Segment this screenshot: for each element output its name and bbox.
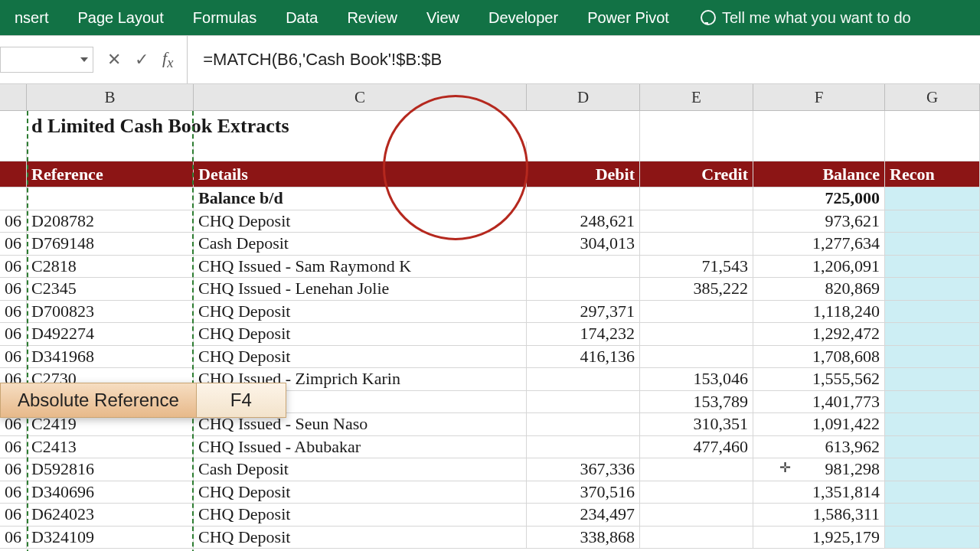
- cell[interactable]: 1,118,240: [753, 301, 885, 324]
- cell[interactable]: [885, 413, 980, 436]
- cell[interactable]: 820,869: [753, 278, 885, 301]
- table-row[interactable]: 06D592816Cash Deposit367,336981,298: [0, 458, 980, 481]
- cell[interactable]: 973,621: [753, 210, 885, 233]
- cell[interactable]: 297,371: [527, 301, 640, 324]
- cell[interactable]: 1,091,422: [753, 413, 885, 436]
- cell[interactable]: [640, 504, 753, 527]
- cell[interactable]: [527, 278, 640, 301]
- cell[interactable]: 06: [0, 458, 27, 481]
- cell[interactable]: 1,351,814: [753, 481, 885, 504]
- tab-formulas[interactable]: Formulas: [178, 9, 271, 27]
- cell[interactable]: CHQ Deposit: [194, 210, 527, 233]
- cell[interactable]: [527, 436, 640, 459]
- cell[interactable]: 06: [0, 481, 27, 504]
- cell[interactable]: CHQ Deposit: [194, 504, 527, 527]
- cell[interactable]: 06: [0, 210, 27, 233]
- cell[interactable]: C2413: [27, 436, 194, 459]
- cell[interactable]: [640, 458, 753, 481]
- cell[interactable]: 06: [0, 233, 27, 256]
- tab-insert[interactable]: nsert: [0, 9, 63, 27]
- cell[interactable]: D208782: [27, 210, 194, 233]
- cell[interactable]: CHQ Issued - Sam Raymond K: [194, 256, 527, 279]
- cell[interactable]: [885, 504, 980, 527]
- cell[interactable]: 370,516: [527, 481, 640, 504]
- cell[interactable]: 1,925,179: [753, 527, 885, 549]
- table-row[interactable]: 06D324109CHQ Deposit338,8681,925,179: [0, 527, 980, 549]
- col-header-c[interactable]: C: [194, 84, 527, 110]
- cell[interactable]: D624023: [27, 504, 194, 527]
- cell[interactable]: CHQ Deposit: [194, 481, 527, 504]
- cell[interactable]: CHQ Deposit: [194, 323, 527, 346]
- cancel-icon[interactable]: ✕: [107, 50, 121, 70]
- tab-data[interactable]: Data: [271, 9, 332, 27]
- cell[interactable]: CHQ Deposit: [194, 527, 527, 549]
- tab-view[interactable]: View: [412, 9, 474, 27]
- cell[interactable]: [885, 301, 980, 324]
- cell[interactable]: 06: [0, 346, 27, 369]
- col-header-f[interactable]: F: [753, 84, 885, 110]
- cell[interactable]: 1,277,634: [753, 233, 885, 256]
- cell[interactable]: 234,497: [527, 504, 640, 527]
- cell[interactable]: 1,292,472: [753, 323, 885, 346]
- cell[interactable]: [885, 323, 980, 346]
- cell[interactable]: [527, 256, 640, 279]
- cell[interactable]: [527, 413, 640, 436]
- cell[interactable]: [885, 233, 980, 256]
- cell[interactable]: 153,046: [640, 368, 753, 391]
- table-row[interactable]: 06D700823CHQ Deposit297,3711,118,240: [0, 301, 980, 324]
- col-header-d[interactable]: D: [527, 84, 640, 110]
- cell[interactable]: [885, 391, 980, 414]
- cell[interactable]: 06: [0, 301, 27, 324]
- cell[interactable]: 174,232: [527, 323, 640, 346]
- tab-developer[interactable]: Developer: [474, 9, 573, 27]
- table-row[interactable]: 06D341968CHQ Deposit416,1361,708,608: [0, 346, 980, 369]
- cell[interactable]: [527, 368, 640, 391]
- cell[interactable]: [885, 368, 980, 391]
- cell[interactable]: D340696: [27, 481, 194, 504]
- cell[interactable]: 1,401,773: [753, 391, 885, 414]
- cell[interactable]: 367,336: [527, 458, 640, 481]
- cell[interactable]: 06: [0, 323, 27, 346]
- cell[interactable]: Cash Deposit: [194, 458, 527, 481]
- table-row[interactable]: 06C2345CHQ Issued - Lenehan Jolie385,222…: [0, 278, 980, 301]
- cell[interactable]: C2818: [27, 256, 194, 279]
- cell[interactable]: 416,136: [527, 346, 640, 369]
- cell[interactable]: [885, 346, 980, 369]
- tab-page-layout[interactable]: Page Layout: [63, 9, 178, 27]
- cell[interactable]: 248,621: [527, 210, 640, 233]
- cell[interactable]: 1,555,562: [753, 368, 885, 391]
- name-box[interactable]: [0, 47, 93, 73]
- cell[interactable]: D769148: [27, 233, 194, 256]
- cell[interactable]: 310,351: [640, 413, 753, 436]
- fx-icon[interactable]: fx: [162, 48, 173, 71]
- cell[interactable]: CHQ Deposit: [194, 346, 527, 369]
- cell[interactable]: C2345: [27, 278, 194, 301]
- cell[interactable]: 981,298: [753, 458, 885, 481]
- cell[interactable]: [640, 481, 753, 504]
- col-header-a[interactable]: [0, 84, 27, 110]
- tab-review[interactable]: Review: [332, 9, 412, 27]
- cell[interactable]: [527, 391, 640, 414]
- cell[interactable]: 1,708,608: [753, 346, 885, 369]
- cell[interactable]: 06: [0, 256, 27, 279]
- cell[interactable]: [640, 301, 753, 324]
- formula-input[interactable]: [187, 36, 980, 83]
- table-row[interactable]: 06C2818CHQ Issued - Sam Raymond K71,5431…: [0, 256, 980, 279]
- cell[interactable]: 71,543: [640, 256, 753, 279]
- cell[interactable]: D592816: [27, 458, 194, 481]
- cell[interactable]: [640, 233, 753, 256]
- cell[interactable]: CHQ Deposit: [194, 301, 527, 324]
- cell[interactable]: 153,789: [640, 391, 753, 414]
- cell[interactable]: [885, 527, 980, 549]
- cell[interactable]: 1,206,091: [753, 256, 885, 279]
- table-row[interactable]: 06D208782CHQ Deposit248,621973,621: [0, 210, 980, 233]
- cell[interactable]: [885, 256, 980, 279]
- cell[interactable]: [640, 527, 753, 549]
- cell[interactable]: D700823: [27, 301, 194, 324]
- table-row[interactable]: 06C2413CHQ Issued - Abubakar477,460613,9…: [0, 436, 980, 459]
- tell-me[interactable]: Tell me what you want to do: [684, 9, 911, 27]
- table-row[interactable]: 06D340696CHQ Deposit370,5161,351,814: [0, 481, 980, 504]
- table-row[interactable]: 06D769148Cash Deposit304,0131,277,634: [0, 233, 980, 256]
- cell[interactable]: [885, 481, 980, 504]
- cell[interactable]: [640, 210, 753, 233]
